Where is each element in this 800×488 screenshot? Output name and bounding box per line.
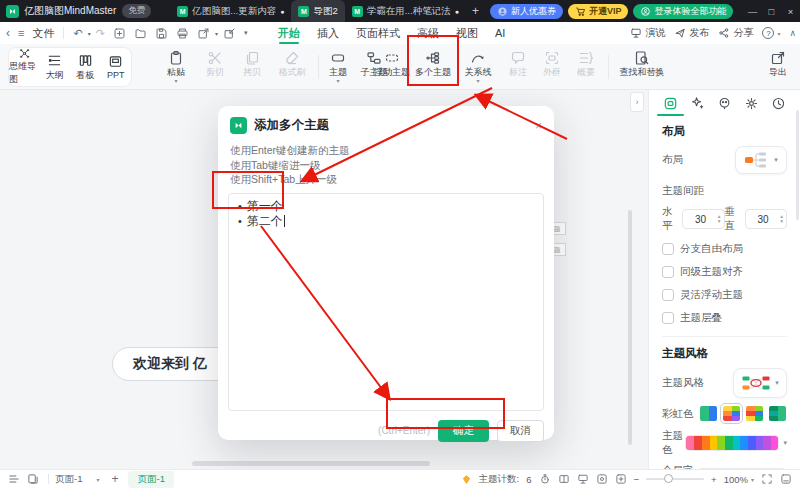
tab-ai[interactable] xyxy=(690,96,705,111)
open-folder-icon[interactable] xyxy=(134,27,147,40)
mode-outline[interactable]: 大纲 xyxy=(40,48,71,86)
tab-style[interactable] xyxy=(717,96,732,111)
new-tab-button[interactable]: + xyxy=(472,4,479,18)
horizontal-scrollbar[interactable] xyxy=(192,461,430,466)
close-icon[interactable]: × xyxy=(535,119,542,133)
fit-screen-icon[interactable] xyxy=(615,473,627,485)
floating-topic-button[interactable]: 浮动主题 xyxy=(371,48,413,88)
zoom-slider[interactable] xyxy=(646,478,704,480)
ppt-icon xyxy=(108,54,123,69)
export-button[interactable]: 导出 xyxy=(760,48,796,88)
zoom-level-dropdown[interactable]: 100% ▾ xyxy=(724,474,754,485)
login-pill[interactable]: 登录体验全部功能 xyxy=(633,4,733,19)
document-tab-2-active[interactable]: M 导图2 xyxy=(291,0,344,22)
menu-tab-pagestyle[interactable]: 页面样式 xyxy=(356,22,400,44)
collapse-panel-icon[interactable] xyxy=(780,473,792,485)
format-painter-button[interactable]: 格式刷 xyxy=(271,48,313,88)
layout-dropdown[interactable]: ▾ xyxy=(735,146,787,174)
mode-kanban[interactable]: 看板 xyxy=(70,48,101,86)
rainbow-swatch-3[interactable] xyxy=(745,405,764,422)
vertical-scrollbar[interactable] xyxy=(628,210,632,445)
publish-button[interactable]: 发布 xyxy=(674,26,709,40)
cancel-button[interactable]: 取消 xyxy=(497,420,544,442)
minimap-icon[interactable] xyxy=(596,473,608,485)
callout-button[interactable]: 标注 xyxy=(503,48,533,88)
topic-button[interactable]: 主题 ▾ xyxy=(322,48,354,88)
zoom-in-button[interactable]: + xyxy=(711,474,717,485)
horizontal-spacing-stepper[interactable]: 30 ▴▾ xyxy=(682,209,724,229)
find-replace-button[interactable]: 查找和替换 xyxy=(614,48,670,88)
more-caret-icon[interactable]: ▾ xyxy=(244,29,248,37)
panel-scrollbar[interactable] xyxy=(796,110,799,220)
share-caret-icon[interactable]: ▾ xyxy=(215,30,218,37)
rainbow-swatch-1[interactable] xyxy=(699,405,718,422)
theme-color-dropdown[interactable]: ▾ xyxy=(685,435,787,451)
stepper-arrows[interactable]: ▴▾ xyxy=(718,214,724,224)
paste-button[interactable]: 粘贴 ▾ xyxy=(158,48,194,88)
tab-history[interactable] xyxy=(771,96,786,111)
print-icon[interactable] xyxy=(176,27,189,40)
outline-view-icon[interactable] xyxy=(8,473,20,485)
welcome-topic-node[interactable]: 欢迎来到 亿 xyxy=(112,347,234,381)
relationship-line-button[interactable]: 关系线 ▾ xyxy=(459,48,497,88)
tab-theme[interactable] xyxy=(744,96,759,111)
menu-icon[interactable]: ≡ xyxy=(18,27,24,39)
help-button[interactable]: ? ▾ xyxy=(762,27,780,39)
stepper-arrows[interactable]: ▴▾ xyxy=(780,214,786,224)
checkbox-flexible-floating[interactable]: 灵活浮动主题 xyxy=(662,288,787,302)
zoom-slider-knob[interactable] xyxy=(664,474,673,483)
mode-ppt[interactable]: PPT xyxy=(101,48,132,86)
document-tab-3[interactable]: M 学霸在用...种笔记法 ● xyxy=(345,0,466,22)
rainbow-swatch-4[interactable] xyxy=(768,405,787,422)
page-tab[interactable]: 页面-1 xyxy=(128,471,173,488)
topics-textarea[interactable]: • 第一个 • 第二个 xyxy=(228,193,544,411)
page-dropdown[interactable]: 页面-1 ▾ xyxy=(55,473,99,486)
boundary-button[interactable]: 外框 xyxy=(537,48,567,88)
window-close-button[interactable]: × xyxy=(781,6,800,17)
menu-tab-view[interactable]: 视图 xyxy=(456,22,478,44)
document-tab-1[interactable]: M 亿图脑图...更新内容 ● xyxy=(170,0,291,22)
timer-icon[interactable] xyxy=(539,473,551,485)
undo-caret-icon[interactable]: ▾ xyxy=(88,30,91,37)
copy-button[interactable]: 拷贝 xyxy=(234,48,270,88)
checkbox-align-siblings[interactable]: 同级主题对齐 xyxy=(662,265,787,279)
menu-tab-insert[interactable]: 插入 xyxy=(317,22,339,44)
theme-style-dropdown[interactable]: ▾ xyxy=(733,368,787,398)
split-view-icon[interactable] xyxy=(558,473,570,485)
menu-tab-home[interactable]: 开始 xyxy=(278,22,300,44)
mode-mindmap[interactable]: 思维导图 xyxy=(9,48,40,86)
menu-tab-ai[interactable]: AI xyxy=(495,22,505,44)
multiple-topics-button[interactable]: 多个主题 xyxy=(411,48,455,88)
back-icon[interactable]: ‹ xyxy=(6,26,10,40)
menu-tab-advanced[interactable]: 高级 xyxy=(417,22,439,44)
present-button[interactable]: 演说 xyxy=(630,26,665,40)
undo-icon[interactable]: ↶ xyxy=(73,27,82,40)
tab-layout[interactable] xyxy=(663,96,678,111)
share-button[interactable]: 分享 xyxy=(718,26,753,40)
window-minimize-button[interactable]: — xyxy=(743,6,762,17)
page-list-icon[interactable] xyxy=(27,473,39,485)
coupon-pill[interactable]: 新人优惠券 xyxy=(490,4,563,19)
vip-pill[interactable]: 开通VIP xyxy=(568,4,629,19)
save-icon[interactable] xyxy=(155,27,168,40)
panel-expand-button[interactable]: › xyxy=(630,92,644,112)
file-menu[interactable]: 文件 xyxy=(32,26,54,41)
rainbow-swatch-2-selected[interactable] xyxy=(722,405,741,422)
window-maximize-button[interactable]: □ xyxy=(762,6,781,17)
checkbox-topic-overlap[interactable]: 主题层叠 xyxy=(662,311,787,325)
vertical-spacing-stepper[interactable]: 30 ▴▾ xyxy=(745,209,787,229)
cut-button[interactable]: 剪切 xyxy=(197,48,233,88)
redo-icon[interactable]: ↷ xyxy=(96,27,105,40)
zoom-out-button[interactable]: − xyxy=(634,474,640,485)
collapse-toolbar-button[interactable]: ∧ xyxy=(789,28,796,38)
new-page-icon[interactable] xyxy=(113,27,126,40)
add-page-button[interactable]: + xyxy=(111,472,118,486)
confirm-button[interactable]: 确定 xyxy=(438,420,489,442)
fullscreen-icon[interactable] xyxy=(761,473,773,485)
share-export-icon[interactable] xyxy=(197,27,210,40)
topic-count-value: 6 xyxy=(526,474,531,485)
import-icon[interactable] xyxy=(223,27,236,40)
presentation-icon[interactable] xyxy=(577,473,589,485)
summary-button[interactable]: 概要 xyxy=(571,48,601,88)
checkbox-free-layout[interactable]: 分支自由布局 xyxy=(662,242,787,256)
